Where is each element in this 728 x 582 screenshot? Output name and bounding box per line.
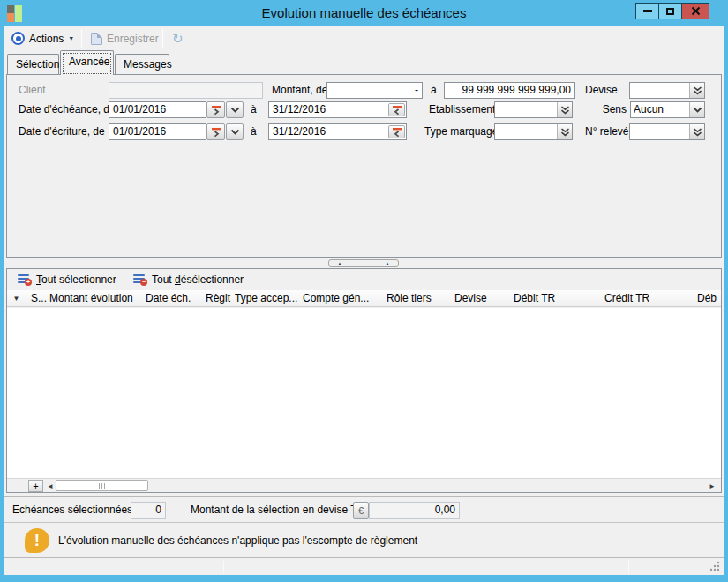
date-ecriture-from-input[interactable]: 01/01/2016 — [109, 123, 206, 140]
chevron-double-down-icon[interactable] — [689, 83, 704, 98]
etablissement-select[interactable] — [494, 101, 573, 118]
tab-label: Messages — [124, 58, 172, 71]
grid-body[interactable] — [7, 308, 721, 478]
selected-count-label: Echéances sélectionnées — [12, 502, 132, 519]
date-ecriture-from-dropdown[interactable] — [226, 123, 244, 140]
chevron-down-icon — [230, 107, 240, 114]
splitter-arrow-icon: ▲ — [385, 261, 390, 266]
sens-select[interactable]: Aucun — [630, 101, 705, 118]
tab-avancee[interactable]: Avancée — [60, 50, 114, 75]
select-all-button[interactable]: + Tout sélectionner — [15, 271, 119, 287]
n-releve-value — [630, 124, 689, 139]
tab-messages[interactable]: Messages — [115, 54, 169, 74]
date-back-button[interactable] — [388, 103, 405, 116]
montant-from-input[interactable]: - — [326, 82, 423, 99]
devise-value — [630, 83, 689, 98]
chevron-down-icon: ▼ — [68, 35, 74, 41]
selected-count-field[interactable]: 0 — [131, 502, 166, 519]
n-releve-select[interactable] — [629, 123, 705, 140]
a-label: à — [251, 101, 257, 118]
column-header-debit-tr[interactable]: Débit TR — [514, 290, 555, 307]
scrollbar-thumb[interactable] — [56, 480, 148, 491]
column-header-date-ech[interactable]: Date éch. — [146, 290, 191, 307]
column-menu-button[interactable]: ▼ — [7, 290, 26, 307]
currency-button[interactable]: € — [353, 502, 369, 519]
actions-button[interactable]: Actions ▼ — [7, 28, 79, 48]
chevron-double-down-icon[interactable] — [557, 102, 572, 117]
statusbar-divider — [628, 561, 629, 573]
column-header-type-accep[interactable]: Type accep... — [235, 290, 297, 307]
status-bar — [4, 557, 724, 575]
deselect-all-icon: − — [133, 272, 147, 286]
title-bar[interactable]: Evolution manuelle des échéances — [0, 0, 728, 26]
minimize-button[interactable] — [635, 3, 659, 19]
euro-icon: € — [358, 505, 364, 516]
column-header-deb[interactable]: Déb — [697, 290, 717, 307]
montant-to-input[interactable]: 99 999 999 999 999,00 — [444, 82, 575, 99]
dash-label: - — [415, 83, 418, 98]
scroll-left-icon[interactable]: ◄ — [47, 481, 54, 492]
select-all-icon: + — [18, 272, 32, 286]
maximize-icon — [666, 8, 674, 15]
date-ecriture-to-input[interactable]: 31/12/2016 — [268, 123, 407, 140]
statusbar-divider — [223, 561, 224, 573]
column-header-compte-gen[interactable]: Compte gén... — [303, 290, 369, 307]
date-forward-button[interactable] — [206, 123, 225, 140]
chevron-double-down-icon[interactable] — [557, 124, 572, 139]
column-header-montant-evolution[interactable]: Montant évolution — [49, 290, 133, 307]
date-forward-button[interactable] — [206, 101, 225, 118]
column-header-reglt[interactable]: Règlt — [206, 290, 230, 307]
tab-selection[interactable]: Sélection — [7, 54, 59, 74]
column-header-credit-tr[interactable]: Crédit TR — [604, 290, 649, 307]
refresh-icon: ↻ — [172, 32, 184, 45]
a-label: à — [251, 123, 257, 140]
column-header-role-tiers[interactable]: Rôle tiers — [387, 290, 432, 307]
date-back-button[interactable] — [388, 125, 405, 138]
splitter-handle[interactable]: ▲ ▲ — [328, 259, 399, 267]
client-input[interactable] — [109, 82, 263, 99]
montant-label: Montant, de — [272, 82, 327, 99]
actions-icon — [11, 32, 25, 45]
resize-grip-icon[interactable] — [709, 560, 721, 572]
refresh-button[interactable]: ↻ — [168, 28, 188, 48]
deselect-all-label: Tout désélectionner — [152, 273, 244, 286]
date-value: 31/12/2016 — [273, 125, 326, 138]
grid-header: ▼ S... Montant évolution Date éch. Règlt… — [7, 290, 721, 307]
a-label: à — [431, 82, 437, 99]
deselect-all-button[interactable]: − Tout désélectionner — [131, 271, 246, 287]
date-echeance-label: Date d'échéance, de — [19, 101, 116, 118]
date-back-icon — [392, 127, 402, 138]
client-area: Actions ▼ Enregistrer ↻ Sélection Avancé… — [4, 26, 724, 575]
minimize-icon — [643, 10, 652, 12]
chevron-down-icon — [230, 129, 240, 136]
close-button[interactable] — [681, 3, 709, 19]
sens-value: Aucun — [631, 102, 689, 117]
scroll-right-icon[interactable]: ► — [709, 481, 716, 492]
date-echeance-from-dropdown[interactable] — [226, 101, 244, 118]
add-row-button[interactable]: + — [28, 480, 43, 492]
selection-amount-field[interactable]: 0,00 — [369, 502, 460, 519]
column-menu-icon: ▼ — [13, 295, 20, 302]
maximize-button[interactable] — [658, 3, 682, 19]
date-back-icon — [392, 105, 402, 116]
devise-select[interactable] — [629, 82, 705, 99]
chevron-double-down-icon[interactable] — [689, 124, 704, 139]
close-icon — [691, 6, 701, 16]
warning-bar: ! L'évolution manuelle des échéances n'a… — [4, 522, 724, 557]
save-label: Enregistrer — [107, 33, 159, 45]
column-header-statut[interactable]: S... — [31, 290, 47, 307]
column-header-devise[interactable]: Devise — [454, 290, 487, 307]
sens-label: Sens — [585, 101, 627, 118]
date-echeance-from-input[interactable]: 01/01/2016 — [109, 101, 206, 118]
chevron-down-icon[interactable] — [689, 102, 704, 117]
date-echeance-to-input[interactable]: 31/12/2016 — [268, 101, 407, 118]
save-button[interactable]: Enregistrer — [86, 28, 163, 48]
type-marquage-select[interactable] — [494, 123, 573, 140]
n-releve-label: N° relevé — [585, 123, 628, 140]
totals-bar: Echéances sélectionnées 0 Montant de la … — [4, 496, 724, 522]
tab-label: Sélection — [16, 58, 59, 71]
filter-form-panel: Client Montant, de - à 99 999 999 999 99… — [6, 74, 722, 258]
devise-label: Devise — [585, 82, 618, 99]
splitter-arrow-icon: ▲ — [337, 261, 342, 266]
select-all-label: Tout sélectionner — [36, 273, 116, 286]
